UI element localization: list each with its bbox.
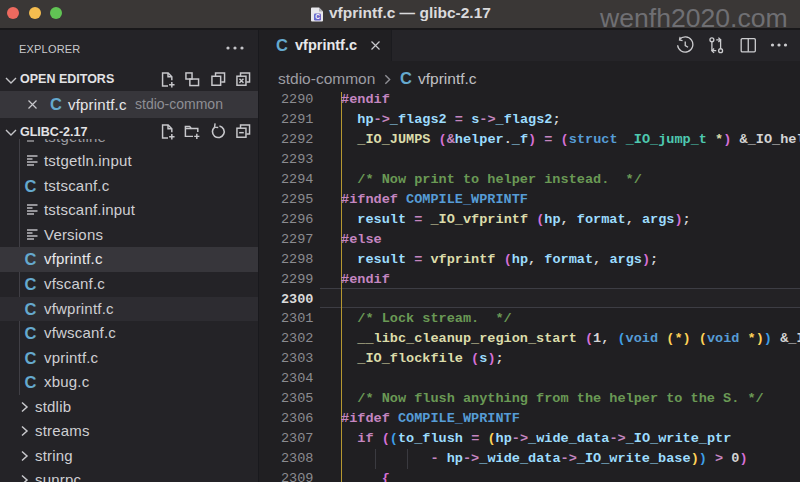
- svg-text:C: C: [315, 13, 320, 20]
